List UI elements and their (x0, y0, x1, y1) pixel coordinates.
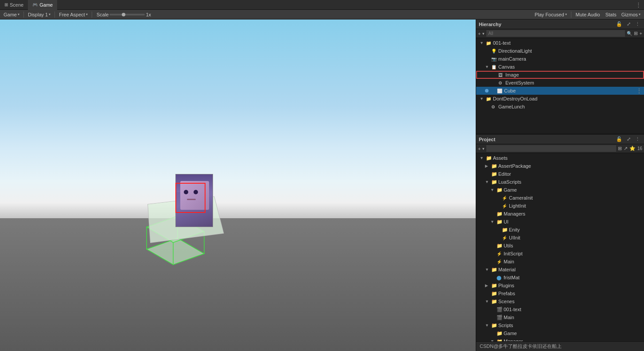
gizmos-arrow: ▾ (639, 12, 640, 16)
tab-game[interactable]: 🎮 Game (28, 0, 57, 10)
ground-plane (0, 218, 476, 351)
tree-item-001text[interactable]: ▼ 📁 001-text (476, 39, 644, 47)
project-add-arrow[interactable]: ▾ (482, 147, 485, 151)
cube-options-dots[interactable]: ⋮ (636, 87, 644, 94)
project-options-icon[interactable]: ⋮ (634, 136, 641, 142)
mute-audio-btn[interactable]: Mute Audio (574, 12, 602, 18)
scale-label: Scale (97, 12, 109, 17)
hierarchy-search[interactable] (486, 30, 625, 37)
display-dropdown[interactable]: Display 1 ▾ (26, 12, 52, 18)
ci-label: CameraInit (509, 195, 533, 201)
file-scene-001[interactable]: 🎬 001-text (476, 305, 644, 313)
tree-item-cube[interactable]: ⬜ Cube ⋮ (476, 87, 644, 95)
tree-item-maincamera[interactable]: 📷 mainCamera (476, 55, 644, 63)
tab-scene[interactable]: ⊞ Scene (0, 0, 28, 10)
hierarchy-panel: Hierarchy 🔓 ⤢ ⋮ + ▾ 🔍 ⊞ ⌖ ▼ 📁 (476, 19, 644, 135)
folder-material[interactable]: ▼ 📁 Material (476, 266, 644, 274)
tree-item-image[interactable]: 🖼 Image (476, 71, 644, 79)
hierarchy-add-arrow[interactable]: ▾ (482, 31, 485, 36)
sep4 (571, 12, 571, 18)
file-fristmat[interactable]: ⬤ fristMat (476, 274, 644, 282)
project-search[interactable] (486, 145, 616, 152)
scale-thumb[interactable] (122, 13, 125, 16)
tree-arrow-canvas: ▼ (485, 65, 490, 69)
file-camerainit[interactable]: ⚡ CameraInit (476, 194, 644, 202)
file-initscript[interactable]: ⚡ InitScript (476, 250, 644, 258)
tree-icon-image: 🖼 (498, 73, 504, 77)
folder-editor[interactable]: 📁 Editor (476, 170, 644, 178)
pl-icon: 📁 (491, 283, 497, 289)
scale-bar[interactable] (109, 14, 145, 15)
ml-icon: ⚡ (497, 259, 503, 264)
play-focused-label: Play Focused (535, 12, 564, 17)
folder-game-f[interactable]: ▼ 📁 Game (476, 186, 644, 194)
scale-control[interactable]: Scale 1x (94, 12, 153, 18)
stats-btn[interactable]: Stats (603, 12, 619, 18)
project-icon1[interactable]: ⊞ (618, 146, 622, 151)
hierarchy-options-icon[interactable]: ⋮ (634, 21, 641, 27)
project-lock-icon[interactable]: 🔓 (615, 136, 624, 142)
hierarchy-maximize-icon[interactable]: ⤢ (625, 21, 632, 27)
gizmos-dropdown[interactable]: Gizmos ▾ (620, 12, 642, 18)
project-add-btn[interactable]: + (478, 146, 481, 151)
pf-icon: 📁 (491, 291, 497, 297)
tree-item-gamelunch[interactable]: ⚙ GameLunch (476, 103, 644, 111)
is-icon: ⚡ (497, 251, 503, 256)
aspect-dropdown[interactable]: Free Aspect ▾ (57, 12, 89, 18)
folder-plugins[interactable]: ▶ 📁 Plugins (476, 282, 644, 289)
folder-scripts[interactable]: ▼ 📁 Scripts (476, 321, 644, 329)
game-view[interactable] (0, 19, 476, 351)
tree-item-eventsystem[interactable]: ⚙ EventSystem (476, 79, 644, 87)
scene-tab-icon: ⊞ (4, 2, 8, 7)
tree-label-es: EventSystem (505, 80, 534, 85)
folder-scenes[interactable]: ▼ 📁 Scenes (476, 297, 644, 305)
aspect-arrow: ▾ (86, 12, 88, 16)
tree-arrow-dd: ▼ (480, 96, 485, 101)
folder-assets[interactable]: ▼ 📁 Assets (476, 154, 644, 162)
folder-ui[interactable]: ▼ 📁 UI (476, 218, 644, 226)
project-icon3[interactable]: ⭐ (629, 146, 636, 151)
sg-label: Game (504, 331, 517, 336)
tree-item-directionallight[interactable]: 💡 DirectionalLight (476, 47, 644, 55)
file-main-lua[interactable]: ⚡ Main (476, 258, 644, 266)
folder-prefabs[interactable]: 📁 Prefabs (476, 289, 644, 297)
hierarchy-lock-icon[interactable]: 🔓 (615, 21, 624, 27)
li-icon: ⚡ (502, 204, 508, 208)
ed-label: Editor (498, 171, 511, 177)
file-lightinit[interactable]: ⚡ LightInit (476, 202, 644, 210)
tree-item-dontdestroy[interactable]: ▼ 📁 DontDestroyOnLoad (476, 95, 644, 103)
folder-utils-lua[interactable]: 📁 Utils (476, 242, 644, 250)
project-icon2[interactable]: ↗ (624, 146, 628, 151)
file-uiinit[interactable]: ⚡ UIInit (476, 234, 644, 242)
hierarchy-title: Hierarchy (479, 22, 501, 27)
project-header: Project 🔓 ⤢ ⋮ (476, 135, 644, 144)
hierarchy-tree: ▼ 📁 001-text 💡 DirectionalLight 📷 mainCa… (476, 38, 644, 134)
sc-icon: 📁 (491, 299, 497, 305)
game-dropdown[interactable]: Game ▾ (2, 12, 21, 18)
red-selection-box (175, 183, 206, 213)
folder-scripts-manager[interactable]: ▼ 📁 Manager (476, 337, 644, 341)
play-focused-arrow: ▾ (565, 12, 567, 16)
file-scene-main[interactable]: 🎬 Main (476, 313, 644, 321)
display-arrow: ▾ (49, 12, 50, 16)
folder-scripts-game[interactable]: 📁 Game (476, 329, 644, 337)
tree-icon-dl: 💡 (491, 49, 497, 54)
hierarchy-search-icon[interactable]: 🔍 (627, 31, 632, 36)
tree-item-canvas[interactable]: ▼ 📋 Canvas (476, 63, 644, 71)
s2-icon: 🎬 (497, 315, 503, 320)
tree-icon-mc: 📷 (491, 57, 497, 62)
ml-label: Main (504, 259, 514, 264)
play-focused-dropdown[interactable]: Play Focused ▾ (533, 12, 569, 18)
scene-tab-label: Scene (10, 2, 23, 8)
hierarchy-zoom-icon[interactable]: ⌖ (640, 31, 642, 36)
hierarchy-add-btn[interactable]: + (478, 31, 481, 36)
hierarchy-more-icon[interactable]: ⊞ (634, 31, 638, 36)
project-toolbar: + ▾ ⊞ ↗ ⭐ 16 (476, 144, 644, 153)
folder-managers[interactable]: 📁 Managers (476, 210, 644, 218)
more-options-icon[interactable]: ⋮ (633, 1, 644, 8)
project-maximize-icon[interactable]: ⤢ (625, 136, 632, 142)
folder-enity[interactable]: 📁 Enity (476, 226, 644, 234)
folder-luascripts[interactable]: ▼ 📁 LuaScripts (476, 178, 644, 186)
tree-label-cube: Cube (504, 88, 516, 93)
folder-assertpackage[interactable]: ▶ 📁 AssertPackage (476, 162, 644, 170)
